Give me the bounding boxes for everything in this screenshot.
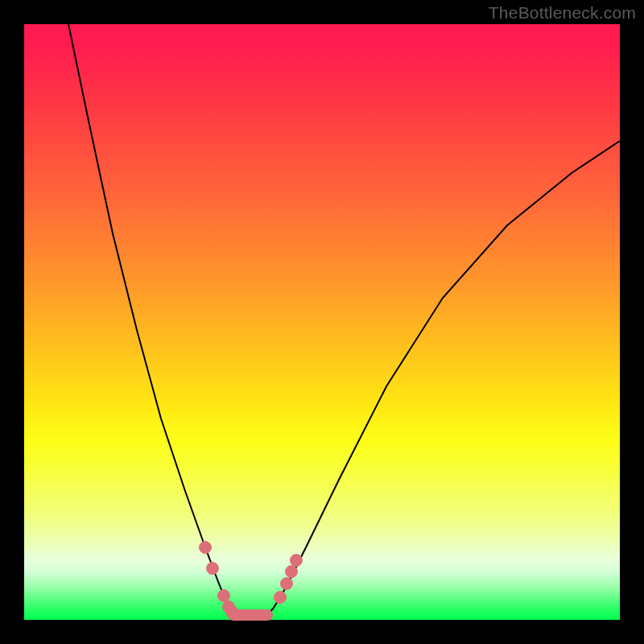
plot-area: [24, 24, 620, 620]
bead: [200, 542, 212, 554]
bead: [291, 555, 303, 567]
bead: [218, 590, 230, 602]
outer-frame: TheBottleneck.com: [0, 0, 644, 644]
left-curve: [68, 24, 235, 617]
bead: [286, 566, 298, 578]
bead: [275, 592, 287, 604]
bead-group: [200, 542, 303, 618]
watermark-text: TheBottleneck.com: [489, 3, 636, 23]
right-curve: [266, 141, 620, 617]
chart-svg: [24, 24, 620, 620]
bead: [281, 578, 293, 590]
bead: [207, 563, 219, 575]
